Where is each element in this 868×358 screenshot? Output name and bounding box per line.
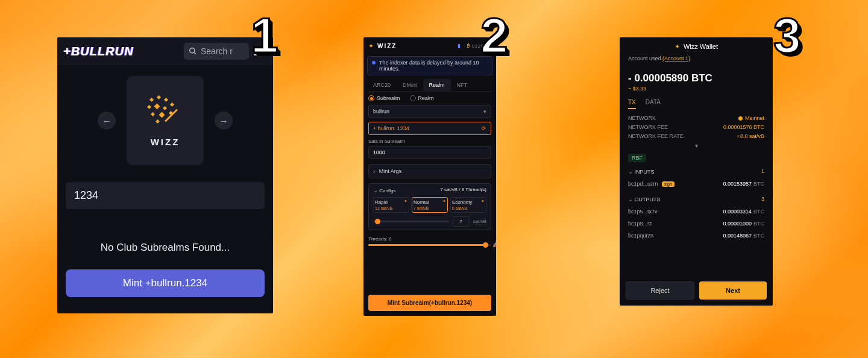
step-badge-1: 1: [251, 7, 278, 64]
svg-line-1: [194, 52, 196, 54]
network-fee-label: NETWORK FEE: [628, 124, 668, 130]
outputs-count: 3: [761, 196, 764, 203]
output-address: bc1pqurzn: [628, 233, 653, 239]
step-badge-2: 2: [480, 7, 508, 64]
network-label: NETWORK: [628, 115, 656, 121]
card-title: WIZZ: [151, 137, 180, 147]
alert-text: The indexer data is delayed by around 10…: [379, 60, 488, 72]
sparkle-icon: ✦: [481, 199, 485, 204]
wallet-title: ✦ Wizz Wallet: [620, 37, 773, 55]
wizz-card[interactable]: WIZZ: [127, 76, 204, 165]
chevron-right-icon: [373, 168, 376, 175]
bitcoin-icon[interactable]: ₿: [465, 42, 472, 49]
tab-nft[interactable]: NFT: [451, 79, 474, 91]
outputs-label: OUTPUTS: [635, 196, 661, 203]
tab-realm[interactable]: Realm: [423, 79, 451, 91]
threads-label: Threads: 8: [368, 236, 491, 242]
output-row: bc1p5...tx7v 0.00003314BTC: [620, 206, 773, 218]
output-address: bc1p5...tx7v: [628, 209, 658, 215]
wallet-icon[interactable]: ▮: [455, 42, 462, 49]
configs-label: Configs: [379, 188, 395, 193]
wizz-mint-panel: ✦ WIZZ ▮ ₿ 0128 ▤ The indexer data is de…: [363, 37, 496, 316]
category-tabs: ARC20 DMint Realm NFT: [367, 79, 492, 92]
chevron-down-icon[interactable]: [628, 196, 633, 203]
search-input[interactable]: Search r: [184, 43, 249, 60]
network-fee-value: 0.00001576 BTC: [723, 124, 764, 130]
next-button[interactable]: →: [215, 111, 233, 130]
tab-data[interactable]: DATA: [646, 99, 661, 109]
subrealm-input[interactable]: [66, 182, 265, 209]
wand-icon: ✦: [675, 43, 680, 51]
reject-button[interactable]: Reject: [626, 281, 694, 300]
output-address: bc1p8...rz: [628, 221, 652, 227]
wizz-wallet-panel: ✦ Wizz Wallet Account used (Account 1) -…: [620, 37, 773, 306]
bullrun-app: +BULLRUN Search r ←: [57, 37, 273, 313]
tab-tx[interactable]: TX: [628, 99, 636, 109]
prev-button[interactable]: ←: [98, 111, 116, 130]
fee-unit: sat/vB: [473, 219, 486, 224]
inputs-label: INPUTS: [635, 169, 655, 175]
account-used: Account used (Account 1): [620, 55, 773, 65]
fee-slider[interactable]: [373, 221, 449, 222]
input-address: bc1pd...uzrn: [628, 181, 658, 187]
next-button[interactable]: Next: [699, 281, 767, 300]
sign-badge: sign: [662, 181, 675, 187]
mainnet-dot-icon: [738, 116, 743, 121]
mint-button[interactable]: Mint +bullrun.1234: [66, 269, 265, 297]
radio-realm[interactable]: Realm: [410, 95, 434, 101]
output-row: bc1p8...rz 0.00001000BTC: [620, 218, 773, 230]
chevron-down-icon: [483, 108, 486, 115]
sparkle-icon: ✦: [404, 199, 407, 204]
mint-subrealm-button[interactable]: Mint Subrealm(+bullrun.1234): [368, 295, 491, 311]
configs-summary: 7 sat/vB / 8 Thread(s): [440, 187, 486, 193]
empty-message: No Club Subrealms Found...: [66, 242, 265, 254]
configs-panel: Configs 7 sat/vB / 8 Thread(s) Rapid 12 …: [368, 183, 491, 230]
mint-args-toggle[interactable]: Mint Args: [368, 164, 491, 178]
wand-icon: [146, 95, 184, 132]
svg-point-0: [190, 48, 195, 53]
fee-normal[interactable]: Normal 7 sat/vB ✦: [412, 197, 448, 213]
amount-usd: ~ $3.33: [628, 86, 764, 92]
output-amount: 0.00003314: [723, 209, 752, 215]
loading-icon: ⟳: [482, 125, 486, 131]
search-placeholder: Search r: [201, 46, 233, 56]
inputs-count: 1: [761, 168, 764, 175]
fee-rapid[interactable]: Rapid 12 sat/vB ✦: [373, 197, 409, 213]
sats-label: Sats in Subrealm: [368, 139, 491, 144]
info-icon: [372, 61, 376, 64]
expand-icon[interactable]: ▾: [628, 142, 764, 149]
fee-value-input[interactable]: 7: [453, 216, 470, 227]
wizz-logo: WIZZ: [377, 43, 397, 49]
rbf-badge: RBF: [628, 154, 646, 162]
threads-slider[interactable]: 🚀: [368, 244, 491, 246]
radio-subrealm[interactable]: Subrealm: [368, 95, 400, 101]
rocket-icon: 🚀: [492, 240, 496, 247]
amount-btc: - 0.00005890 BTC: [628, 72, 712, 84]
fee-economy[interactable]: Economy 6 sat/vB ✦: [450, 197, 486, 213]
tab-arc20[interactable]: ARC20: [367, 79, 397, 91]
bullrun-header: +BULLRUN Search r: [57, 37, 273, 65]
indexer-alert: The indexer data is delayed by around 10…: [367, 56, 492, 75]
tab-dmint[interactable]: DMint: [397, 79, 423, 91]
wand-icon: ✦: [368, 42, 374, 50]
wizz-header: ✦ WIZZ ▮ ₿ 0128 ▤: [363, 37, 496, 54]
chevron-down-icon[interactable]: [628, 169, 633, 175]
sparkle-icon: ✦: [442, 199, 446, 204]
chevron-down-icon[interactable]: [373, 188, 378, 193]
output-row: bc1pqurzn 0.00148067BTC: [620, 230, 773, 242]
sats-input[interactable]: [368, 146, 491, 159]
subrealm-name-input[interactable]: + bullrun. 1234 ⟳: [368, 122, 491, 135]
step-badge-3: 3: [773, 7, 801, 64]
bullrun-logo: +BULLRUN: [63, 45, 133, 58]
parent-realm-select[interactable]: bullrun: [368, 105, 491, 118]
search-icon: [189, 47, 197, 55]
network-value: Mainnet: [738, 115, 764, 121]
fee-rate-value: ≈8.0 sat/vB: [737, 133, 764, 139]
input-row: bc1pd...uzrn sign 0.00153957BTC: [620, 178, 773, 190]
account-link[interactable]: (Account 1): [662, 55, 690, 61]
output-amount: 0.00001000: [723, 221, 752, 227]
fee-rate-label: NETWORK FEE RATE: [628, 133, 684, 139]
input-amount: 0.00153957: [723, 181, 752, 187]
detail-tabs: TX DATA: [620, 92, 773, 109]
output-amount: 0.00148067: [723, 233, 752, 239]
